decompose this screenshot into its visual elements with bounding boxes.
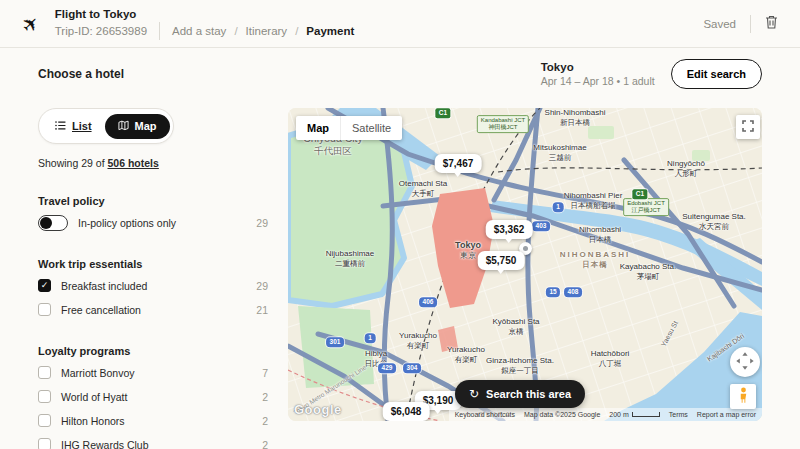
- route-shield: 304: [403, 363, 421, 373]
- filter-label: World of Hyatt: [61, 391, 127, 403]
- date-guest-summary: Apr 14 – Apr 18 • 1 adult: [541, 75, 655, 87]
- list-icon: [55, 120, 66, 132]
- checkbox[interactable]: [38, 414, 51, 427]
- hotel-count-link[interactable]: 506 hotels: [107, 157, 158, 169]
- subheader: Choose a hotel Tokyo Apr 14 – Apr 18 • 1…: [0, 48, 800, 100]
- map-type-map-button[interactable]: Map: [296, 116, 340, 140]
- breadcrumb: Add a stay / Itinerary / Payment: [172, 25, 354, 37]
- filter-count: 29: [256, 217, 272, 229]
- filter-world-of-hyatt[interactable]: World of Hyatt 2: [38, 387, 272, 406]
- pegman-button[interactable]: [730, 384, 756, 409]
- destination-name: Tokyo: [541, 61, 574, 73]
- filter-count: 2: [262, 391, 272, 403]
- edit-search-button[interactable]: Edit search: [671, 59, 762, 89]
- map-geography: [288, 108, 762, 421]
- checkbox[interactable]: [38, 366, 51, 379]
- route-shield: 1: [553, 202, 564, 212]
- route-shield: 429: [378, 363, 396, 373]
- in-policy-toggle[interactable]: [38, 215, 68, 231]
- filter-label: Hilton Honors: [61, 415, 125, 427]
- hotel-price-pin[interactable]: $7,467: [435, 154, 482, 173]
- hotel-price-pin[interactable]: $6,048: [383, 402, 430, 421]
- checkbox[interactable]: [38, 279, 51, 292]
- divider: [750, 15, 751, 33]
- search-summary: Tokyo Apr 14 – Apr 18 • 1 adult: [541, 61, 655, 87]
- page-title: Choose a hotel: [38, 67, 124, 81]
- trash-icon: [765, 15, 778, 32]
- route-shield: 408: [564, 287, 582, 297]
- filter-ihg-rewards-club[interactable]: IHG Rewards Club 2: [38, 435, 272, 449]
- filter-count: 7: [262, 367, 272, 379]
- map-attribution: Keyboard shortcuts Map data ©2025 Google…: [449, 408, 762, 421]
- view-toggle: List Map: [38, 108, 174, 144]
- filter-label: In-policy options only: [78, 217, 176, 229]
- map-type-control: Map Satellite: [296, 116, 402, 140]
- breadcrumb-separator: /: [295, 25, 298, 37]
- trip-id: Trip-ID: 26653989: [55, 25, 147, 37]
- route-shield: 301: [326, 337, 344, 347]
- filter-count: 2: [262, 439, 272, 449]
- route-shield: C1: [632, 189, 647, 199]
- map-icon: [118, 120, 129, 133]
- breadcrumb-payment[interactable]: Payment: [306, 25, 354, 37]
- google-logo[interactable]: Google: [294, 402, 342, 417]
- filter-free-cancellation[interactable]: Free cancellation 21: [38, 300, 272, 319]
- filter-label: IHG Rewards Club: [61, 439, 149, 449]
- pan-arrows-icon: [732, 348, 758, 377]
- filter-hilton-honors[interactable]: Hilton Honors 2: [38, 411, 272, 430]
- pan-control-button[interactable]: [730, 347, 760, 377]
- saved-status: Saved: [703, 18, 736, 30]
- route-shield: 15: [546, 287, 560, 297]
- toggle-knob: [40, 217, 52, 229]
- terms-link[interactable]: Terms: [669, 411, 688, 418]
- checkbox[interactable]: [38, 390, 51, 403]
- filter-count: 21: [256, 304, 272, 316]
- filter-breakfast-included[interactable]: Breakfast included 29: [38, 276, 272, 295]
- refresh-icon: ↻: [469, 387, 479, 401]
- delete-trip-button[interactable]: [765, 15, 778, 32]
- breadcrumb-separator: /: [234, 25, 237, 37]
- trip-title: Flight to Tokyo: [55, 8, 355, 20]
- map-scale-label: 200 m: [609, 411, 628, 418]
- pegman-icon: [738, 387, 749, 407]
- report-map-error-link[interactable]: Report a map error: [697, 411, 756, 418]
- map-scale: 200 m: [609, 411, 659, 418]
- in-policy-filter-row[interactable]: In-policy options only 29: [38, 213, 272, 232]
- checkbox[interactable]: [38, 438, 51, 449]
- divider: [159, 22, 160, 40]
- airline-logo-plane-icon: ✈: [16, 9, 45, 38]
- map-type-satellite-button[interactable]: Satellite: [340, 116, 402, 140]
- fullscreen-button[interactable]: [736, 115, 760, 139]
- loyalty-heading: Loyalty programs: [38, 345, 272, 357]
- route-shield: 406: [419, 297, 437, 307]
- trip-block: Flight to Tokyo Trip-ID: 26653989 Add a …: [55, 8, 355, 40]
- breadcrumb-itinerary[interactable]: Itinerary: [246, 25, 288, 37]
- travel-policy-heading: Travel policy: [38, 195, 272, 207]
- results-summary: Showing 29 of 506 hotels: [38, 157, 272, 169]
- essentials-heading: Work trip essentials: [38, 258, 272, 270]
- map-data-credit: Map data ©2025 Google: [524, 411, 600, 418]
- results-count-text: Showing 29 of: [38, 157, 105, 169]
- search-this-area-button[interactable]: ↻ Search this area: [455, 380, 585, 408]
- filter-marriott-bonvoy[interactable]: Marriott Bonvoy 7: [38, 363, 272, 382]
- keyboard-shortcuts-link[interactable]: Keyboard shortcuts: [455, 411, 515, 418]
- search-this-area-label: Search this area: [486, 388, 571, 400]
- breadcrumb-add-a-stay[interactable]: Add a stay: [172, 25, 226, 37]
- filter-count: 2: [262, 415, 272, 427]
- map-view-button[interactable]: Map: [105, 114, 170, 139]
- top-bar: ✈ Flight to Tokyo Trip-ID: 26653989 Add …: [0, 0, 800, 48]
- map-scale-bar: [632, 412, 660, 417]
- route-shield: C1: [435, 108, 450, 118]
- route-shield: 403: [532, 221, 550, 231]
- fullscreen-icon: [742, 120, 754, 135]
- filter-label: Breakfast included: [61, 280, 147, 292]
- filters-sidebar: List Map Showing 29 of 506 hotels Travel…: [38, 108, 272, 449]
- map-canvas[interactable]: Chiyoda City千代田区Otemachi Sta大手町Shin-Niho…: [288, 108, 762, 421]
- map-view-label: Map: [135, 120, 157, 132]
- filter-count: 29: [256, 280, 272, 292]
- list-view-button[interactable]: List: [42, 114, 105, 138]
- checkbox[interactable]: [38, 303, 51, 316]
- list-view-label: List: [72, 120, 92, 132]
- hotel-price-pin[interactable]: $3,362: [486, 220, 533, 239]
- hotel-price-pin[interactable]: $5,750: [478, 251, 525, 270]
